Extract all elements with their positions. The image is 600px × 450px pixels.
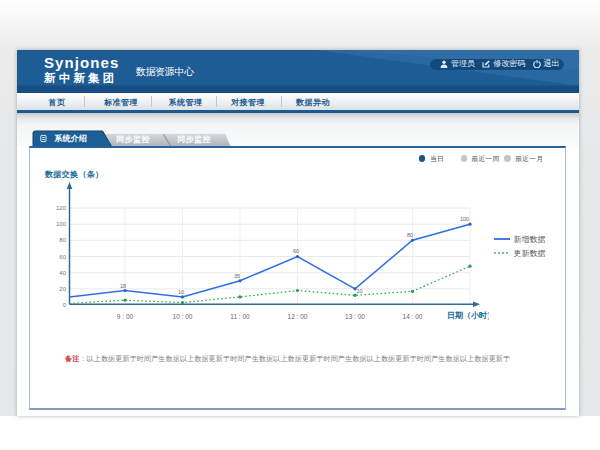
svg-text:系统介绍: 系统介绍 xyxy=(53,133,86,143)
svg-text:60: 60 xyxy=(59,254,66,260)
svg-text:40: 40 xyxy=(59,270,66,276)
svg-text:80: 80 xyxy=(59,237,66,243)
svg-text:13 : 00: 13 : 00 xyxy=(345,313,365,320)
svg-text:35: 35 xyxy=(234,273,240,279)
svg-text:日期（小时）: 日期（小时） xyxy=(447,311,489,320)
svg-text:11 : 00: 11 : 00 xyxy=(230,313,250,320)
svg-text:100: 100 xyxy=(460,216,469,222)
svg-text:12 : 00: 12 : 00 xyxy=(288,313,308,320)
svg-text:9 : 00: 9 : 00 xyxy=(117,313,134,320)
svg-text:同步监控: 同步监控 xyxy=(177,135,211,144)
svg-text:20: 20 xyxy=(59,286,66,292)
svg-text:14 : 00: 14 : 00 xyxy=(403,313,423,320)
svg-text:10: 10 xyxy=(178,289,184,295)
svg-text:100: 100 xyxy=(56,221,67,227)
svg-text:10: 10 xyxy=(357,288,363,294)
svg-text:0: 0 xyxy=(63,302,67,308)
svg-text:新增数据: 新增数据 xyxy=(514,235,546,244)
svg-text:120: 120 xyxy=(56,205,67,211)
svg-text:18: 18 xyxy=(120,283,126,289)
svg-text:80: 80 xyxy=(407,232,413,238)
svg-text:10 : 00: 10 : 00 xyxy=(173,313,193,320)
svg-text:同步监控: 同步监控 xyxy=(116,135,150,144)
svg-text:60: 60 xyxy=(293,248,299,254)
svg-text:更新数据: 更新数据 xyxy=(514,249,546,258)
svg-text:数据交换（条）: 数据交换（条） xyxy=(44,170,103,179)
